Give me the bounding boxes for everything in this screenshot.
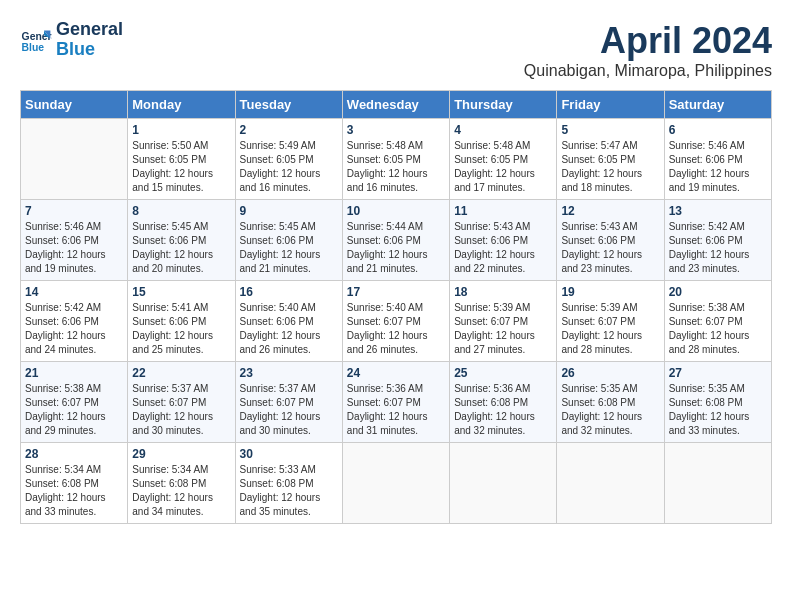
calendar-cell [450,443,557,524]
calendar-cell: 8Sunrise: 5:45 AM Sunset: 6:06 PM Daylig… [128,200,235,281]
day-number: 19 [561,285,659,299]
calendar-cell: 27Sunrise: 5:35 AM Sunset: 6:08 PM Dayli… [664,362,771,443]
day-info: Sunrise: 5:39 AM Sunset: 6:07 PM Dayligh… [454,301,552,357]
day-info: Sunrise: 5:38 AM Sunset: 6:07 PM Dayligh… [25,382,123,438]
calendar-cell: 2Sunrise: 5:49 AM Sunset: 6:05 PM Daylig… [235,119,342,200]
day-info: Sunrise: 5:43 AM Sunset: 6:06 PM Dayligh… [561,220,659,276]
day-info: Sunrise: 5:42 AM Sunset: 6:06 PM Dayligh… [25,301,123,357]
day-number: 5 [561,123,659,137]
day-number: 29 [132,447,230,461]
day-info: Sunrise: 5:36 AM Sunset: 6:08 PM Dayligh… [454,382,552,438]
weekday-header-cell: Friday [557,91,664,119]
day-info: Sunrise: 5:36 AM Sunset: 6:07 PM Dayligh… [347,382,445,438]
day-info: Sunrise: 5:33 AM Sunset: 6:08 PM Dayligh… [240,463,338,519]
month-title: April 2024 [524,20,772,62]
calendar-cell: 3Sunrise: 5:48 AM Sunset: 6:05 PM Daylig… [342,119,449,200]
day-number: 24 [347,366,445,380]
calendar-cell [21,119,128,200]
calendar-body: 1Sunrise: 5:50 AM Sunset: 6:05 PM Daylig… [21,119,772,524]
calendar-week-row: 7Sunrise: 5:46 AM Sunset: 6:06 PM Daylig… [21,200,772,281]
calendar-cell: 11Sunrise: 5:43 AM Sunset: 6:06 PM Dayli… [450,200,557,281]
day-info: Sunrise: 5:50 AM Sunset: 6:05 PM Dayligh… [132,139,230,195]
day-number: 2 [240,123,338,137]
day-info: Sunrise: 5:40 AM Sunset: 6:06 PM Dayligh… [240,301,338,357]
calendar-cell: 14Sunrise: 5:42 AM Sunset: 6:06 PM Dayli… [21,281,128,362]
calendar-cell: 30Sunrise: 5:33 AM Sunset: 6:08 PM Dayli… [235,443,342,524]
day-info: Sunrise: 5:35 AM Sunset: 6:08 PM Dayligh… [669,382,767,438]
weekday-header-cell: Sunday [21,91,128,119]
title-area: April 2024 Quinabigan, Mimaropa, Philipp… [524,20,772,80]
calendar-cell: 22Sunrise: 5:37 AM Sunset: 6:07 PM Dayli… [128,362,235,443]
calendar-cell: 29Sunrise: 5:34 AM Sunset: 6:08 PM Dayli… [128,443,235,524]
day-info: Sunrise: 5:42 AM Sunset: 6:06 PM Dayligh… [669,220,767,276]
calendar-cell: 10Sunrise: 5:44 AM Sunset: 6:06 PM Dayli… [342,200,449,281]
day-number: 28 [25,447,123,461]
day-number: 1 [132,123,230,137]
weekday-header-cell: Wednesday [342,91,449,119]
calendar-cell: 17Sunrise: 5:40 AM Sunset: 6:07 PM Dayli… [342,281,449,362]
calendar-cell: 19Sunrise: 5:39 AM Sunset: 6:07 PM Dayli… [557,281,664,362]
day-number: 7 [25,204,123,218]
day-number: 20 [669,285,767,299]
day-number: 21 [25,366,123,380]
day-info: Sunrise: 5:37 AM Sunset: 6:07 PM Dayligh… [240,382,338,438]
day-info: Sunrise: 5:48 AM Sunset: 6:05 PM Dayligh… [347,139,445,195]
day-number: 3 [347,123,445,137]
day-info: Sunrise: 5:43 AM Sunset: 6:06 PM Dayligh… [454,220,552,276]
logo-line1: General [56,20,123,40]
day-number: 6 [669,123,767,137]
weekday-header-cell: Monday [128,91,235,119]
day-info: Sunrise: 5:35 AM Sunset: 6:08 PM Dayligh… [561,382,659,438]
day-number: 11 [454,204,552,218]
day-number: 8 [132,204,230,218]
calendar-cell [342,443,449,524]
header: General Blue General Blue April 2024 Qui… [20,20,772,80]
day-info: Sunrise: 5:41 AM Sunset: 6:06 PM Dayligh… [132,301,230,357]
day-info: Sunrise: 5:46 AM Sunset: 6:06 PM Dayligh… [669,139,767,195]
calendar-week-row: 14Sunrise: 5:42 AM Sunset: 6:06 PM Dayli… [21,281,772,362]
calendar-cell: 18Sunrise: 5:39 AM Sunset: 6:07 PM Dayli… [450,281,557,362]
day-info: Sunrise: 5:47 AM Sunset: 6:05 PM Dayligh… [561,139,659,195]
logo: General Blue General Blue [20,20,123,60]
calendar-cell: 9Sunrise: 5:45 AM Sunset: 6:06 PM Daylig… [235,200,342,281]
day-number: 4 [454,123,552,137]
calendar-cell: 28Sunrise: 5:34 AM Sunset: 6:08 PM Dayli… [21,443,128,524]
day-number: 15 [132,285,230,299]
day-info: Sunrise: 5:44 AM Sunset: 6:06 PM Dayligh… [347,220,445,276]
day-number: 22 [132,366,230,380]
day-number: 9 [240,204,338,218]
calendar-cell: 4Sunrise: 5:48 AM Sunset: 6:05 PM Daylig… [450,119,557,200]
calendar-cell: 12Sunrise: 5:43 AM Sunset: 6:06 PM Dayli… [557,200,664,281]
calendar-week-row: 21Sunrise: 5:38 AM Sunset: 6:07 PM Dayli… [21,362,772,443]
day-info: Sunrise: 5:34 AM Sunset: 6:08 PM Dayligh… [132,463,230,519]
calendar-cell: 26Sunrise: 5:35 AM Sunset: 6:08 PM Dayli… [557,362,664,443]
day-number: 26 [561,366,659,380]
day-info: Sunrise: 5:45 AM Sunset: 6:06 PM Dayligh… [240,220,338,276]
weekday-header-cell: Saturday [664,91,771,119]
day-number: 17 [347,285,445,299]
day-info: Sunrise: 5:46 AM Sunset: 6:06 PM Dayligh… [25,220,123,276]
calendar-cell: 6Sunrise: 5:46 AM Sunset: 6:06 PM Daylig… [664,119,771,200]
logo-line2: Blue [56,40,123,60]
day-number: 16 [240,285,338,299]
calendar-week-row: 28Sunrise: 5:34 AM Sunset: 6:08 PM Dayli… [21,443,772,524]
calendar-cell: 24Sunrise: 5:36 AM Sunset: 6:07 PM Dayli… [342,362,449,443]
day-number: 13 [669,204,767,218]
weekday-header-cell: Tuesday [235,91,342,119]
day-info: Sunrise: 5:39 AM Sunset: 6:07 PM Dayligh… [561,301,659,357]
day-number: 14 [25,285,123,299]
day-info: Sunrise: 5:38 AM Sunset: 6:07 PM Dayligh… [669,301,767,357]
calendar-cell: 20Sunrise: 5:38 AM Sunset: 6:07 PM Dayli… [664,281,771,362]
location-title: Quinabigan, Mimaropa, Philippines [524,62,772,80]
day-info: Sunrise: 5:48 AM Sunset: 6:05 PM Dayligh… [454,139,552,195]
calendar-week-row: 1Sunrise: 5:50 AM Sunset: 6:05 PM Daylig… [21,119,772,200]
day-info: Sunrise: 5:34 AM Sunset: 6:08 PM Dayligh… [25,463,123,519]
calendar-cell: 23Sunrise: 5:37 AM Sunset: 6:07 PM Dayli… [235,362,342,443]
calendar-cell: 15Sunrise: 5:41 AM Sunset: 6:06 PM Dayli… [128,281,235,362]
day-number: 23 [240,366,338,380]
day-number: 27 [669,366,767,380]
svg-text:Blue: Blue [22,42,45,53]
weekday-header-row: SundayMondayTuesdayWednesdayThursdayFrid… [21,91,772,119]
day-number: 30 [240,447,338,461]
weekday-header-cell: Thursday [450,91,557,119]
